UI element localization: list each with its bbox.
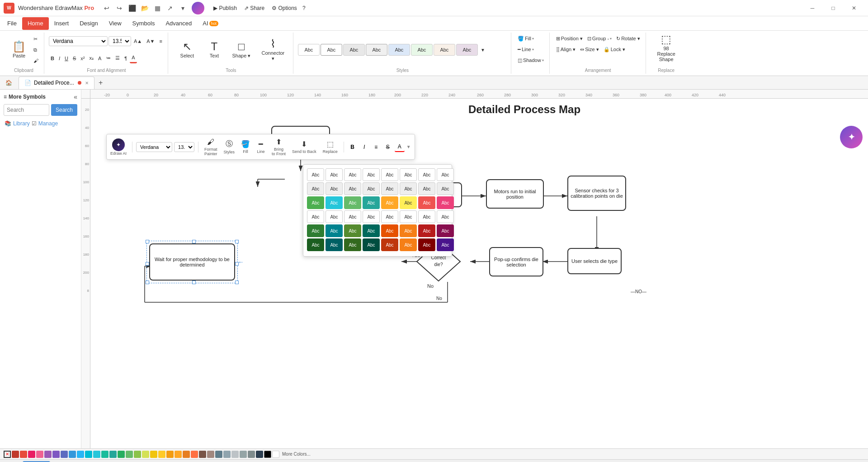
ft-bold-btn[interactable]: B — [348, 142, 358, 152]
search-btn[interactable]: Search — [51, 104, 77, 116]
style-swatch-8[interactable]: Abc — [456, 44, 478, 56]
sp-r6c6[interactable]: Abc — [400, 238, 417, 251]
color-bluegray1[interactable] — [215, 451, 222, 458]
ft-size-select[interactable]: 13.5 — [174, 142, 194, 152]
color-blue1[interactable] — [69, 451, 76, 458]
sp-r3c7[interactable]: Abc — [418, 196, 435, 209]
sp-r4c5[interactable]: Abc — [381, 210, 398, 223]
shape-btn[interactable]: □ Shape ▾ — [227, 35, 256, 64]
superscript-btn[interactable]: x² — [79, 53, 86, 63]
sp-swatch-r1c5[interactable]: Abc — [381, 168, 398, 181]
color-teal2[interactable] — [109, 451, 117, 458]
color-lime2[interactable] — [142, 451, 149, 458]
open-btn[interactable]: 📂 — [139, 3, 150, 14]
sp-r5c4[interactable]: Abc — [363, 224, 380, 237]
color-bluegray2[interactable] — [223, 451, 231, 458]
maximize-btn[interactable]: □ — [823, 0, 844, 16]
color-yellow2[interactable] — [158, 451, 165, 458]
sp-r5c3[interactable]: Abc — [344, 224, 361, 237]
style-swatch-3[interactable]: Abc — [343, 44, 365, 56]
ft-replace-btn[interactable]: ⬚ Replace — [321, 138, 340, 155]
wait-shape[interactable]: Wait for proper methodology to be determ… — [149, 243, 235, 281]
sp-swatch-r1c1[interactable]: Abc — [307, 168, 324, 181]
color-white[interactable] — [272, 451, 279, 458]
edraw-ai-button[interactable]: ✦ — [840, 126, 863, 148]
sp-swatch-r1c2[interactable]: Abc — [326, 168, 343, 181]
sp-r4c7[interactable]: Abc — [418, 210, 435, 223]
color-lime[interactable] — [134, 451, 141, 458]
font-family-select[interactable]: Verdana — [49, 36, 108, 46]
options-btn[interactable]: ⚙ Options — [268, 5, 301, 11]
sp-swatch-r1c8[interactable]: Abc — [437, 168, 454, 181]
menu-advanced[interactable]: Advanced — [160, 17, 197, 30]
handle-bl[interactable] — [146, 281, 149, 284]
ft-line-btn[interactable]: ━ Line — [254, 138, 268, 155]
style-swatch-6[interactable]: Abc — [411, 44, 433, 56]
tab-detailed-process[interactable]: 📄 Detailed Proce... ✕ — [19, 76, 94, 89]
sp-r5c5[interactable]: Abc — [381, 224, 398, 237]
color-orange2[interactable] — [191, 451, 198, 458]
menu-home[interactable]: Home — [22, 17, 49, 30]
sp-r4c3[interactable]: Abc — [344, 210, 361, 223]
color-black[interactable] — [264, 451, 271, 458]
ai-circle[interactable]: ✦ — [840, 126, 863, 148]
sp-r3c3[interactable]: Abc — [344, 196, 361, 209]
sp-r2c4[interactable]: Abc — [363, 182, 380, 195]
menu-ai[interactable]: AI hot — [197, 17, 224, 30]
add-tab-btn[interactable]: + — [95, 77, 106, 88]
sp-r3c4[interactable]: Abc — [363, 196, 380, 209]
sp-r2c8[interactable]: Abc — [437, 182, 454, 195]
shadow-btn[interactable]: ◫ Shadow ▾ — [516, 55, 546, 65]
template-btn[interactable]: ▦ — [152, 3, 163, 14]
color-teal1[interactable] — [101, 451, 108, 458]
sp-r6c5[interactable]: Abc — [381, 238, 398, 251]
color-brown1[interactable] — [199, 451, 206, 458]
color-cyan1[interactable] — [85, 451, 92, 458]
sp-r5c1[interactable]: Abc — [307, 224, 324, 237]
sp-r2c7[interactable]: Abc — [418, 182, 435, 195]
node-motors-run[interactable]: Motors run to initial position — [486, 179, 544, 209]
color-gray2[interactable] — [240, 451, 247, 458]
style-swatch-2[interactable]: Abc — [321, 44, 342, 56]
sp-r4c4[interactable]: Abc — [363, 210, 380, 223]
color-pink2[interactable] — [36, 451, 43, 458]
tab-home-btn[interactable]: 🏠 — [4, 80, 14, 86]
text-color-btn[interactable]: A — [96, 53, 103, 63]
font-clr-btn[interactable]: A — [130, 53, 137, 63]
rotate-btn[interactable]: ↻ Rotate ▾ — [614, 33, 642, 43]
handle-tl[interactable] — [146, 240, 149, 243]
ft-italic-btn[interactable]: I — [359, 142, 369, 152]
color-red1[interactable] — [12, 451, 19, 458]
save-btn[interactable]: ⬛ — [127, 3, 137, 14]
color-yellow1[interactable] — [150, 451, 157, 458]
sp-r6c8[interactable]: Abc — [437, 238, 454, 251]
undo-btn[interactable]: ↩ — [101, 3, 112, 14]
sidebar-library[interactable]: 📚 Library ☑ Manage — [4, 119, 77, 129]
ft-send-back-btn[interactable]: ⬇ Send to Back — [290, 138, 319, 155]
library-link[interactable]: Library — [13, 120, 30, 127]
decrease-font-btn[interactable]: A▼ — [145, 36, 156, 46]
select-btn[interactable]: ↖ Select — [173, 35, 202, 64]
group-btn[interactable]: ⊡ Group - ▾ — [585, 33, 613, 43]
sidebar-collapse-btn[interactable]: « — [74, 93, 77, 100]
sp-r2c6[interactable]: Abc — [400, 182, 417, 195]
sp-swatch-r1c6[interactable]: Abc — [400, 168, 417, 181]
fill-btn[interactable]: 🪣 Fill ▾ — [516, 33, 546, 43]
ft-collapse-btn[interactable]: ▼ — [406, 144, 411, 149]
ft-format-painter-btn[interactable]: 🖌 FormatPainter — [202, 137, 220, 157]
list-btn[interactable]: ≔ — [104, 53, 113, 63]
menu-design[interactable]: Design — [74, 17, 103, 30]
manage-link[interactable]: Manage — [38, 120, 58, 127]
color-red2[interactable] — [20, 451, 27, 458]
sp-r6c1[interactable]: Abc — [307, 238, 324, 251]
sp-r5c7[interactable]: Abc — [418, 224, 435, 237]
sp-r5c8[interactable]: Abc — [437, 224, 454, 237]
connector-btn[interactable]: ⌇ Connector ▾ — [257, 35, 289, 64]
color-green1[interactable] — [118, 451, 125, 458]
sp-r4c1[interactable]: Abc — [307, 210, 324, 223]
underline-btn[interactable]: U — [63, 53, 70, 63]
size-btn[interactable]: ⇔ Size ▾ — [578, 44, 600, 54]
sp-r3c8[interactable]: Abc — [437, 196, 454, 209]
redo-btn[interactable]: ↪ — [114, 3, 125, 14]
font-size-select[interactable]: 13.5 — [108, 36, 131, 46]
